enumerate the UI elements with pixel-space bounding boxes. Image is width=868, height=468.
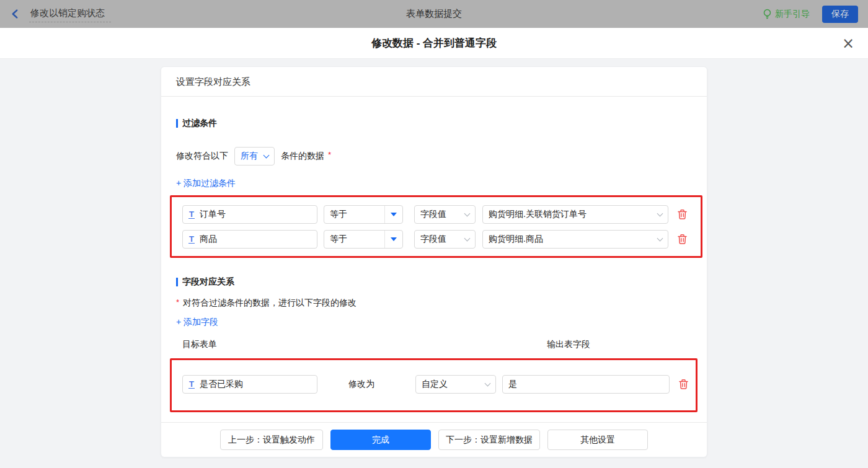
operator-dropdown-zone[interactable]	[384, 231, 402, 248]
caret-down-icon	[391, 213, 397, 216]
filter-field-select[interactable]: T 商品	[182, 230, 317, 249]
filter-rows-highlight-box: T 订单号 等于 字段值 购货明细.关联销货订单号	[170, 195, 702, 258]
panel-footer: 上一步：设置触发动作 完成 下一步：设置新增数据 其他设置	[161, 422, 707, 457]
text-field-icon: T	[188, 380, 195, 389]
output-field-column-label: 输出表字段	[547, 339, 590, 350]
mapping-field-value: 是否已采购	[200, 379, 311, 390]
delete-mapping-button[interactable]	[678, 379, 689, 390]
section-bar	[176, 119, 178, 128]
chevron-down-icon	[485, 380, 491, 386]
beginner-guide-link[interactable]: 新手引导	[763, 9, 810, 20]
add-filter-link[interactable]: + 添加过滤条件	[176, 178, 236, 189]
mapping-section-title: 字段对应关系	[176, 276, 692, 288]
target-form-column-label: 目标表单	[182, 339, 217, 349]
done-button[interactable]: 完成	[330, 430, 431, 450]
mapping-value-input[interactable]	[502, 375, 670, 394]
match-mode-value: 所有	[241, 151, 264, 162]
chevron-left-icon	[10, 9, 20, 19]
workflow-title[interactable]: 修改以销定购状态	[29, 6, 111, 22]
modify-to-label: 修改为	[348, 379, 376, 390]
trash-icon	[677, 209, 688, 220]
text-field-icon: T	[188, 210, 195, 219]
section-bar	[176, 278, 178, 286]
mapping-valuetype-value: 自定义	[422, 379, 485, 390]
filter-valuetype-value: 字段值	[420, 234, 465, 245]
chevron-down-icon	[264, 152, 270, 158]
lightbulb-icon	[763, 9, 772, 19]
add-field-link[interactable]: + 添加字段	[176, 317, 218, 328]
back-button[interactable]	[10, 9, 20, 19]
filter-section-title: 过滤条件	[176, 118, 692, 129]
modal-header: 修改数据 - 合并到普通字段 ×	[0, 28, 868, 59]
operator-dropdown-zone[interactable]	[384, 206, 402, 223]
filter-operator-select[interactable]: 等于	[324, 205, 403, 224]
filter-valuetype-select[interactable]: 字段值	[414, 230, 476, 249]
mapping-section-label: 字段对应关系	[182, 276, 234, 288]
mapping-field-select[interactable]: T 是否已采购	[182, 375, 317, 394]
text-field-icon: T	[188, 235, 195, 244]
prev-step-button[interactable]: 上一步：设置触发动作	[220, 430, 323, 450]
filter-field-value: 订单号	[200, 209, 311, 220]
next-step-button[interactable]: 下一步：设置新增数据	[438, 430, 540, 450]
filter-field-value: 商品	[200, 234, 311, 245]
mapping-row: T 是否已采购 修改为 自定义	[182, 375, 696, 394]
chevron-down-icon	[464, 210, 471, 216]
mapping-description: 对符合过滤条件的数据，进行以下字段的修改	[183, 298, 356, 309]
trash-icon	[677, 234, 688, 245]
filter-value-value: 购货明细.商品	[489, 234, 658, 245]
required-mark: *	[176, 298, 179, 307]
modal-body: 设置字段对应关系 过滤条件 修改符合以下 所有 条件的数据 * + 添加过滤条件	[0, 66, 868, 468]
chevron-down-icon	[657, 235, 663, 241]
page-title: 表单数据提交	[406, 8, 462, 20]
chevron-down-icon	[657, 210, 663, 216]
filter-valuetype-value: 字段值	[420, 209, 465, 220]
match-prefix-label: 修改符合以下	[176, 151, 228, 162]
settings-panel: 设置字段对应关系 过滤条件 修改符合以下 所有 条件的数据 * + 添加过滤条件	[161, 66, 707, 457]
filter-section-label: 过滤条件	[182, 118, 217, 129]
filter-value-value: 购货明细.关联销货订单号	[489, 209, 658, 220]
top-bar: 修改以销定购状态 表单数据提交 新手引导 保存	[0, 0, 868, 28]
close-icon[interactable]: ×	[842, 36, 854, 51]
filter-field-select[interactable]: T 订单号	[182, 205, 317, 224]
panel-header: 设置字段对应关系	[161, 67, 707, 97]
filter-valuetype-select[interactable]: 字段值	[414, 205, 476, 224]
match-mode-select[interactable]: 所有	[234, 147, 275, 166]
other-settings-button[interactable]: 其他设置	[547, 430, 648, 450]
filter-operator-select[interactable]: 等于	[324, 230, 403, 249]
required-mark: *	[328, 150, 331, 159]
match-suffix-label: 条件的数据	[281, 151, 324, 162]
filter-operator-value: 等于	[324, 209, 384, 220]
filter-value-select[interactable]: 购货明细.关联销货订单号	[482, 205, 668, 224]
modal-title: 修改数据 - 合并到普通字段	[371, 36, 497, 50]
mapping-valuetype-select[interactable]: 自定义	[415, 375, 496, 394]
chevron-down-icon	[464, 235, 471, 241]
beginner-guide-label: 新手引导	[775, 9, 810, 20]
save-button[interactable]: 保存	[822, 6, 858, 23]
delete-filter-button[interactable]	[677, 209, 688, 220]
trash-icon	[678, 379, 689, 390]
mapping-rows-highlight-box: T 是否已采购 修改为 自定义	[170, 358, 698, 412]
caret-down-icon	[391, 237, 397, 241]
filter-row: T 订单号 等于 字段值 购货明细.关联销货订单号	[182, 205, 701, 224]
filter-row: T 商品 等于 字段值 购货明细.商品	[182, 230, 701, 249]
filter-value-select[interactable]: 购货明细.商品	[482, 230, 668, 249]
filter-operator-value: 等于	[324, 234, 384, 245]
delete-filter-button[interactable]	[677, 234, 688, 245]
